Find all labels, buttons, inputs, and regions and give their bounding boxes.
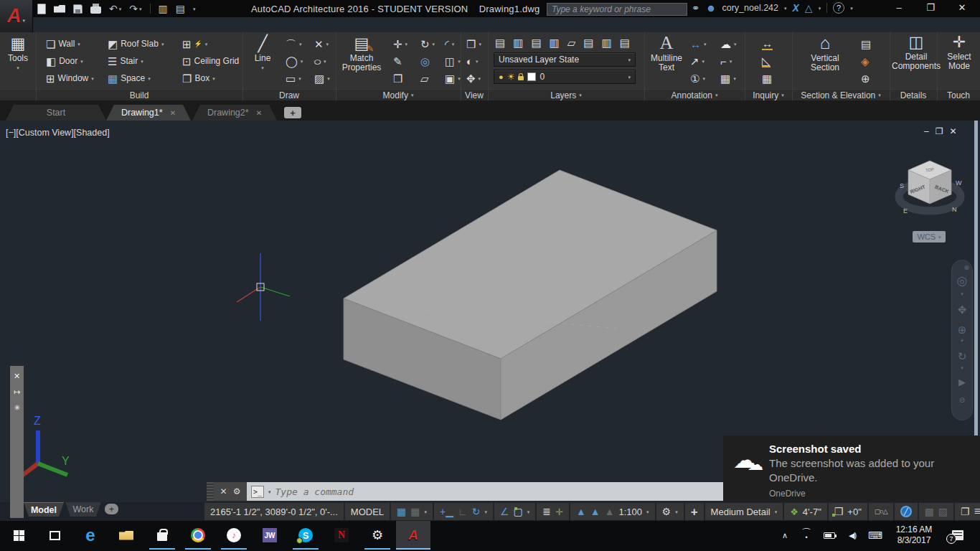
taskbar-autocad[interactable]: A [396, 521, 430, 550]
show-motion-icon[interactable]: ▶ [958, 376, 966, 390]
workspace-arrow[interactable]: ▾ [675, 509, 678, 514]
search-icon[interactable]: ⚭ [692, 3, 700, 13]
section-book-tool[interactable]: ▤ [861, 37, 871, 51]
open-file-icon[interactable] [54, 5, 65, 13]
move-tool[interactable]: ✛▾ [393, 37, 407, 51]
zoom-extents-tool[interactable]: ✥▾ [466, 71, 481, 85]
a360-icon[interactable]: △ [805, 3, 813, 13]
new-layout-button[interactable]: + [105, 504, 118, 514]
onedrive-notification[interactable]: ☁ ☁ Screenshot saved The screenshot was … [723, 435, 980, 502]
annotation-scale-value[interactable]: 1:100 [619, 507, 643, 517]
tray-hidden-icons[interactable]: ∧ [776, 521, 793, 550]
navigation-bar[interactable]: ⊗ ◎ ▾ ✥ ⊕ ▾ ↻ ▾ ▶ ⊖ [951, 260, 973, 420]
selection-filter-control[interactable]: ▢○△ [869, 503, 893, 520]
panel-label-layers[interactable]: Layers▾ [550, 90, 582, 100]
wcs-dropdown[interactable]: WCS▾ [913, 231, 946, 242]
named-views-tool[interactable]: ◐▾ [466, 54, 479, 68]
layer-thaw-sun-icon[interactable]: ☀ [507, 72, 515, 82]
taskbar-itunes[interactable]: ♪ [217, 521, 251, 550]
copy-tool[interactable]: ◎ [420, 54, 430, 68]
search-input[interactable] [547, 3, 687, 16]
leader-tool[interactable]: ↗▾ [690, 54, 705, 68]
layer-isolate-icon[interactable]: ▤ [531, 37, 541, 48]
taskbar-jw-app[interactable]: JW [253, 521, 287, 550]
isometric-drafting-icon[interactable]: ∠ [500, 507, 509, 517]
space-tool[interactable]: ▦Space▾ [108, 71, 151, 85]
taskbar-netflix[interactable]: N [324, 521, 359, 550]
panel-label-draw[interactable]: Draw [279, 90, 299, 100]
task-view-button[interactable] [37, 521, 72, 550]
help-button[interactable]: ? [833, 2, 844, 14]
layer-on-bulb-icon[interactable]: ● [499, 72, 504, 81]
viewport-restore-button[interactable]: ❐ [936, 126, 943, 136]
layer-unlock-icon[interactable] [518, 76, 524, 80]
hatch-tool[interactable]: ▨▾ [314, 71, 330, 85]
osnap-settings-arrow[interactable]: ▾ [527, 509, 530, 514]
customization-menu-icon[interactable]: ≡ [974, 506, 980, 517]
polar-settings-arrow[interactable]: ▾ [484, 509, 487, 514]
table-tool[interactable]: ▦▾ [720, 71, 736, 85]
autodesk-exchange-icon[interactable]: X [793, 3, 799, 13]
cut-plane-control[interactable]: ❖ 4'-7" [784, 503, 827, 520]
layout-tab-model[interactable]: Model [24, 502, 64, 517]
stair-tool[interactable]: ☰Stair▾ [108, 54, 143, 68]
polar-tracking-icon[interactable]: ↻ [472, 507, 481, 517]
navbar-close-icon[interactable]: ⊗ [963, 263, 969, 273]
taskbar-settings[interactable]: ⚙ [360, 521, 395, 550]
ceiling-grid-tool[interactable]: ⊡Ceiling Grid [182, 54, 239, 68]
command-close-icon[interactable]: ✕ [220, 486, 227, 496]
multiline-text-button[interactable]: A Multiline Text [647, 34, 686, 73]
signed-in-user[interactable]: cory_noel.242 [722, 3, 778, 13]
viewport-visual-style-control[interactable]: [Shaded] [74, 128, 110, 138]
match-properties-button[interactable]: ▤✎ Match Properties [339, 35, 385, 73]
grid-display-icon[interactable]: ▦ [397, 507, 406, 517]
minimize-button[interactable]: – [888, 0, 910, 14]
annotation-visibility-icon[interactable]: ▲ [576, 507, 586, 517]
command-line[interactable]: ✕ ⚙ >_ ▾ [207, 482, 726, 501]
box-tool[interactable]: ❒Box▾ [182, 71, 215, 85]
layer-previous-icon[interactable]: ▥ [601, 37, 611, 48]
lineweight-icon[interactable]: ≣ [542, 507, 551, 517]
array-tool[interactable]: ▣▾ [445, 71, 461, 85]
model-space-toggle[interactable]: MODEL [345, 503, 390, 520]
door-tool[interactable]: ◧Door▾ [46, 54, 83, 68]
start-button[interactable] [1, 521, 36, 550]
close-tab-icon[interactable]: ✕ [256, 109, 262, 117]
a360-menu-arrow[interactable]: ▾ [819, 6, 821, 11]
palette-autohide-icon[interactable]: ↦ [14, 387, 20, 397]
detail-components-button[interactable]: ◫ Detail Components [897, 34, 936, 72]
print-icon[interactable] [90, 6, 101, 14]
navbar-customize-icon[interactable]: ⊖ [959, 395, 965, 406]
add-status-icon[interactable]: + [691, 506, 698, 518]
qat-customize-arrow[interactable]: ▾ [193, 6, 196, 11]
tray-clock[interactable]: 12:16 AM 8/3/2017 [888, 521, 940, 550]
maximize-button[interactable]: ❐ [920, 0, 941, 14]
wall-tool[interactable]: ❏Wall▾ [46, 37, 80, 51]
revision-cloud-tool[interactable]: ☁▾ [720, 37, 737, 51]
taskbar-chrome[interactable] [181, 521, 215, 550]
clean-screen-control[interactable]: ❐ ≡ [955, 503, 980, 520]
arc-tool[interactable]: ⌒▾ [286, 37, 302, 51]
viewport-view-control[interactable]: [Custom View] [16, 128, 73, 138]
osnap-tracking-icon[interactable]: ✛ [555, 507, 563, 517]
vertical-section-button[interactable]: ⌂ Vertical Section [801, 34, 849, 73]
layer-states-icon[interactable]: ▤ [620, 37, 630, 48]
viewport-close-button[interactable]: ✕ [949, 126, 956, 136]
panel-label-section-elevation[interactable]: Section & Elevation▾ [801, 90, 881, 100]
viewcube[interactable]: S W E N TOP RIGHT BACK [894, 152, 966, 224]
column-grid-tool[interactable]: ⊞⚡▾ [182, 37, 207, 51]
panel-label-build[interactable]: Build [130, 90, 149, 100]
tools-button[interactable]: ▦ Tools ▾ [1, 35, 34, 70]
roof-slab-tool[interactable]: ◩Roof Slab▾ [108, 37, 164, 51]
panel-label-annotation[interactable]: Annotation▾ [672, 90, 718, 100]
ellipse-tool[interactable]: ○▾ [314, 54, 326, 68]
fillet-tool[interactable]: ◜▾ [445, 37, 454, 51]
section-line-tool[interactable]: ⊕ [861, 71, 870, 85]
command-input[interactable] [275, 486, 722, 497]
line-tool[interactable]: ╱ Line ▾ [245, 35, 280, 70]
palette-properties-icon[interactable]: ✳ [14, 403, 20, 413]
steering-wheel-icon[interactable]: ◎ [957, 273, 968, 291]
pan-icon[interactable]: ✥ [958, 302, 967, 318]
anchored-palette-bar[interactable]: ✕ ↦ ✳ [10, 366, 24, 518]
offset-tool[interactable]: ▱ [420, 71, 429, 85]
